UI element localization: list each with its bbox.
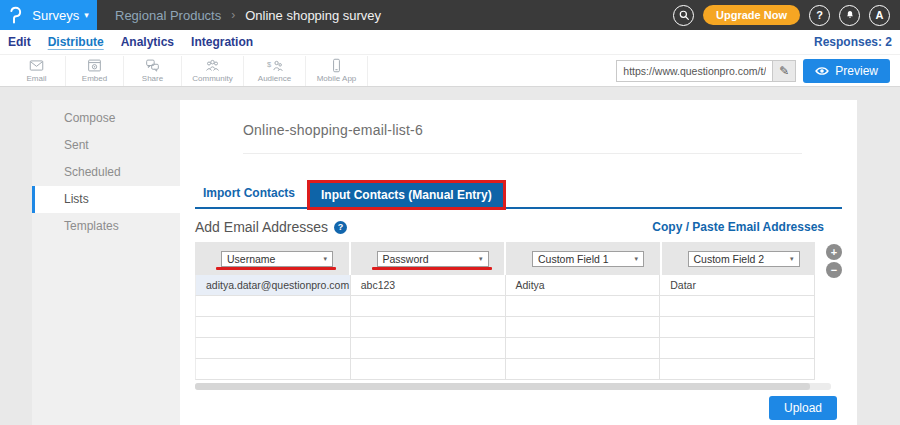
contacts-table-zone: Username ▾ Password ▾ bbox=[195, 242, 842, 390]
survey-url-group: ✎ bbox=[616, 60, 796, 82]
upgrade-now-button[interactable]: Upgrade Now bbox=[703, 5, 800, 25]
toolbar-item-mobile-app[interactable]: Mobile App bbox=[306, 56, 368, 86]
nav-item-analytics[interactable]: Analytics bbox=[121, 35, 174, 49]
cell-custom-1[interactable] bbox=[506, 359, 661, 379]
contacts-tabs: Import Contacts Input Contacts (Manual E… bbox=[195, 180, 842, 209]
cell-email[interactable] bbox=[196, 317, 351, 337]
help-button[interactable]: ? bbox=[809, 5, 830, 26]
mobile-app-icon bbox=[328, 58, 345, 73]
cell-password[interactable] bbox=[351, 317, 506, 337]
toolbar-item-share[interactable]: Share bbox=[124, 56, 182, 86]
nav-item-edit[interactable]: Edit bbox=[8, 35, 31, 49]
field-select-custom-field-1[interactable]: Custom Field 1 ▾ bbox=[532, 251, 644, 267]
surveys-product-menu[interactable]: Surveys ▾ bbox=[0, 0, 97, 30]
column-header-username: Username ▾ bbox=[195, 242, 351, 275]
cell-custom-2[interactable]: Datar bbox=[660, 275, 815, 295]
upload-button[interactable]: Upload bbox=[769, 396, 837, 420]
sidebar-item-templates[interactable]: Templates bbox=[32, 213, 180, 240]
cell-password[interactable] bbox=[351, 359, 506, 379]
table-row bbox=[195, 338, 815, 359]
table-row bbox=[195, 359, 815, 380]
select-caret-icon: ▾ bbox=[323, 255, 327, 263]
top-bar: Surveys ▾ Regional Products › Online sho… bbox=[0, 0, 900, 30]
sidebar-item-lists[interactable]: Lists bbox=[32, 186, 180, 213]
cell-custom-2[interactable] bbox=[660, 338, 815, 358]
breadcrumb: Regional Products › Online shopping surv… bbox=[115, 8, 381, 23]
copy-paste-email-addresses-link[interactable]: Copy / Paste Email Addresses bbox=[652, 220, 824, 234]
email-sidebar: Compose Sent Scheduled Lists Templates bbox=[32, 100, 180, 425]
cell-custom-1[interactable] bbox=[506, 338, 661, 358]
edit-url-button[interactable]: ✎ bbox=[772, 60, 796, 82]
survey-url-input[interactable] bbox=[616, 60, 772, 82]
cell-password[interactable] bbox=[351, 296, 506, 316]
cell-custom-2[interactable] bbox=[660, 317, 815, 337]
cell-custom-1[interactable] bbox=[506, 317, 661, 337]
toolbar-item-embed[interactable]: Embed bbox=[66, 56, 124, 86]
contacts-table: Username ▾ Password ▾ bbox=[195, 242, 815, 390]
column-header-custom-field-1: Custom Field 1 ▾ bbox=[506, 242, 662, 275]
questionpro-logo-icon bbox=[8, 6, 26, 24]
select-caret-icon: ▾ bbox=[479, 255, 483, 263]
field-select-username[interactable]: Username ▾ bbox=[221, 251, 333, 267]
column-header-custom-field-2: Custom Field 2 ▾ bbox=[662, 242, 816, 275]
bell-icon bbox=[844, 9, 856, 21]
cell-custom-1[interactable]: Aditya bbox=[506, 275, 661, 295]
embed-icon bbox=[86, 58, 103, 73]
annotation-underline bbox=[216, 267, 336, 270]
help-tooltip-icon[interactable]: ? bbox=[334, 221, 347, 234]
product-label: Surveys bbox=[32, 8, 79, 23]
chevron-down-icon: ▾ bbox=[84, 10, 89, 20]
cell-custom-1[interactable] bbox=[506, 296, 661, 316]
tab-input-contacts-manual-entry[interactable]: Input Contacts (Manual Entry) bbox=[310, 183, 503, 207]
sidebar-item-sent[interactable]: Sent bbox=[32, 132, 180, 159]
cell-email[interactable] bbox=[196, 338, 351, 358]
survey-nav-bar: Edit Distribute Analytics Integration Re… bbox=[0, 30, 900, 55]
tab-import-contacts[interactable]: Import Contacts bbox=[195, 180, 307, 207]
breadcrumb-folder[interactable]: Regional Products bbox=[115, 8, 221, 23]
field-select-custom-field-2[interactable]: Custom Field 2 ▾ bbox=[688, 251, 800, 267]
table-row bbox=[195, 317, 815, 338]
cell-email[interactable]: aditya.datar@questionpro.com bbox=[196, 275, 351, 295]
notifications-button[interactable] bbox=[839, 5, 860, 26]
field-select-password[interactable]: Password ▾ bbox=[377, 251, 489, 267]
share-icon bbox=[144, 58, 161, 73]
select-caret-icon: ▾ bbox=[790, 255, 794, 263]
cell-password[interactable]: abc123 bbox=[351, 275, 506, 295]
avatar-button[interactable]: A bbox=[869, 5, 890, 26]
table-header-row: Username ▾ Password ▾ bbox=[195, 242, 815, 275]
nav-item-distribute[interactable]: Distribute bbox=[48, 35, 104, 49]
scrollbar-thumb[interactable] bbox=[195, 383, 810, 390]
nav-item-integration[interactable]: Integration bbox=[191, 35, 253, 49]
add-row-button[interactable]: + bbox=[826, 244, 842, 260]
cell-email[interactable] bbox=[196, 359, 351, 379]
pencil-icon: ✎ bbox=[779, 64, 789, 78]
community-icon bbox=[204, 58, 221, 73]
distribute-toolbar: Email Embed Share Community bbox=[0, 55, 900, 87]
lists-main-area: Online-shopping-email-list-6 Import Cont… bbox=[180, 100, 857, 425]
row-add-remove-controls: + − bbox=[815, 242, 842, 390]
annotation-underline bbox=[372, 267, 492, 270]
responses-count[interactable]: Responses: 2 bbox=[814, 35, 892, 49]
cell-custom-2[interactable] bbox=[660, 296, 815, 316]
email-icon bbox=[28, 58, 45, 73]
topbar-actions: Upgrade Now ? A bbox=[673, 5, 900, 26]
audience-icon: $ bbox=[266, 58, 283, 73]
breadcrumb-current-survey: Online shopping survey bbox=[245, 8, 381, 23]
list-title-section: Online-shopping-email-list-6 bbox=[243, 122, 802, 154]
sidebar-item-scheduled[interactable]: Scheduled bbox=[32, 159, 180, 186]
toolbar-item-community[interactable]: Community bbox=[182, 56, 244, 86]
cell-custom-2[interactable] bbox=[660, 359, 815, 379]
preview-button[interactable]: Preview bbox=[803, 59, 890, 83]
toolbar-item-email[interactable]: Email bbox=[8, 56, 66, 86]
content-panel: Compose Sent Scheduled Lists Templates O… bbox=[32, 100, 857, 425]
toolbar-item-audience[interactable]: $ Audience bbox=[244, 56, 306, 86]
search-button[interactable] bbox=[673, 5, 694, 26]
sidebar-item-compose[interactable]: Compose bbox=[32, 105, 180, 132]
column-header-password: Password ▾ bbox=[351, 242, 507, 275]
remove-row-button[interactable]: − bbox=[826, 262, 842, 278]
select-caret-icon: ▾ bbox=[634, 255, 638, 263]
cell-password[interactable] bbox=[351, 338, 506, 358]
search-icon bbox=[678, 9, 690, 21]
svg-text:$: $ bbox=[267, 60, 272, 69]
cell-email[interactable] bbox=[196, 296, 351, 316]
